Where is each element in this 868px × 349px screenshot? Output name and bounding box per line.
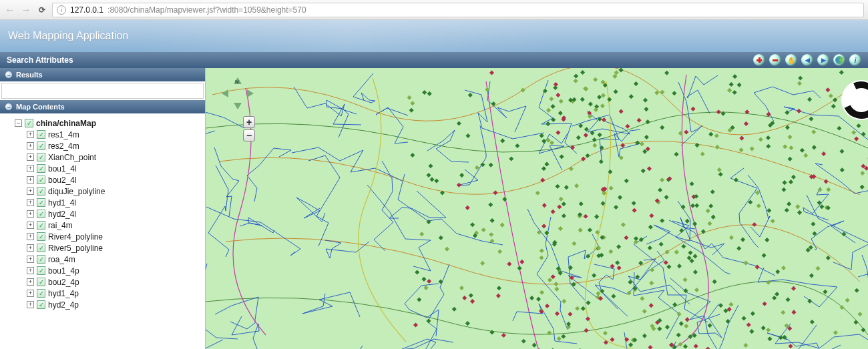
- tree-layer-node[interactable]: +bou2_4p: [5, 276, 202, 288]
- map-contents-panel-header[interactable]: – Map Contents: [0, 100, 205, 113]
- browser-reload-button[interactable]: ⟳: [36, 4, 48, 16]
- checkbox[interactable]: [37, 130, 45, 139]
- expander-icon[interactable]: +: [27, 131, 34, 138]
- tree-layer-node[interactable]: +roa_4m: [5, 254, 202, 265]
- zoom-control: + −: [243, 116, 256, 143]
- tree-layer-label: hyd1_4p: [48, 289, 79, 298]
- map-zoom-in-button[interactable]: +: [243, 116, 255, 128]
- toolbar-search-label[interactable]: Search Attributes: [7, 55, 73, 65]
- checkbox[interactable]: [37, 232, 45, 241]
- tree-layer-label: res2_4m: [48, 141, 79, 151]
- pan-south-button[interactable]: [234, 103, 242, 109]
- expander-icon[interactable]: +: [27, 210, 34, 218]
- next-extent-button[interactable]: [817, 54, 829, 66]
- workspace: – Results – Map Contents – china/chinaMa…: [0, 68, 868, 349]
- north-label: N: [235, 79, 239, 85]
- tree-layer-node[interactable]: +hyd2_4p: [5, 299, 202, 310]
- pan-west-button[interactable]: [222, 89, 228, 97]
- tree-layer-node[interactable]: +River4_polyline: [5, 231, 202, 242]
- tree-layer-node[interactable]: +res1_4m: [5, 129, 202, 140]
- expander-icon[interactable]: +: [27, 278, 34, 286]
- layer-tree: – china/chinaMap +res1_4m+res2_4m+XianCh…: [0, 113, 205, 314]
- checkbox[interactable]: [37, 176, 45, 184]
- expander-icon[interactable]: +: [27, 244, 34, 252]
- checkbox[interactable]: [25, 119, 33, 127]
- tree-layer-label: hyd2_4l: [48, 210, 76, 219]
- tree-layer-node[interactable]: +hyd2_4l: [5, 208, 202, 220]
- expander-icon[interactable]: –: [15, 119, 22, 127]
- results-panel-body[interactable]: [1, 83, 204, 99]
- expander-icon[interactable]: +: [27, 290, 34, 297]
- map-zoom-out-button[interactable]: −: [243, 129, 255, 141]
- expander-icon[interactable]: +: [27, 188, 34, 195]
- expander-icon[interactable]: +: [27, 199, 34, 206]
- tree-layer-node[interactable]: +bou1_4p: [5, 265, 202, 276]
- browser-chrome: ← → ⟳ i 127.0.0.1:8080/chinaMap/mapviewe…: [0, 0, 868, 20]
- results-panel-label: Results: [16, 71, 43, 79]
- checkbox[interactable]: [37, 164, 45, 173]
- tree-layer-node[interactable]: +diquJie_polyline: [5, 186, 202, 197]
- tree-layer-label: XianCh_point: [48, 153, 96, 162]
- checkbox[interactable]: [37, 210, 45, 218]
- expander-icon[interactable]: +: [27, 153, 34, 161]
- checkbox[interactable]: [37, 255, 45, 264]
- tree-layer-node[interactable]: +River5_polyline: [5, 242, 202, 254]
- checkbox[interactable]: [37, 153, 45, 161]
- tree-layer-node[interactable]: +bou2_4l: [5, 174, 202, 186]
- full-extent-button[interactable]: [833, 54, 845, 66]
- sidebar: – Results – Map Contents – china/chinaMa…: [0, 68, 206, 349]
- expander-icon[interactable]: +: [27, 256, 34, 263]
- expander-icon[interactable]: +: [27, 176, 34, 184]
- tree-layer-label: River4_polyline: [48, 232, 103, 242]
- browser-back-button[interactable]: ←: [4, 4, 16, 16]
- results-panel-header[interactable]: – Results: [0, 68, 205, 81]
- pan-east-button[interactable]: [247, 89, 254, 97]
- tree-layer-label: hyd2_4p: [48, 300, 79, 310]
- tree-layer-node[interactable]: +hyd1_4p: [5, 288, 202, 299]
- tree-layer-label: bou1_4p: [48, 266, 79, 276]
- tree-layer-node[interactable]: +res2_4m: [5, 140, 202, 151]
- svg-rect-0: [206, 68, 868, 349]
- zoom-out-button[interactable]: [769, 54, 781, 66]
- tree-layer-label: diquJie_polyline: [48, 187, 105, 196]
- expander-icon[interactable]: +: [27, 301, 34, 308]
- collapse-icon[interactable]: –: [5, 71, 12, 78]
- tree-layer-label: hyd1_4l: [48, 198, 76, 208]
- identify-button[interactable]: [849, 54, 861, 66]
- tree-layer-label: bou2_4l: [48, 176, 77, 185]
- tree-layer-label: rai_4m: [48, 221, 73, 230]
- browser-forward-button[interactable]: →: [20, 4, 32, 16]
- checkbox[interactable]: [37, 141, 45, 150]
- site-info-icon[interactable]: i: [57, 5, 66, 15]
- map-viewport[interactable]: N + −: [206, 68, 868, 349]
- map-contents-panel-label: Map Contents: [16, 103, 65, 111]
- pan-button[interactable]: [785, 54, 797, 66]
- pan-control[interactable]: N: [222, 77, 254, 109]
- tree-layer-node[interactable]: +bou1_4l: [5, 163, 202, 174]
- checkbox[interactable]: [37, 221, 45, 230]
- checkbox[interactable]: [37, 187, 45, 196]
- collapse-icon[interactable]: –: [5, 103, 12, 110]
- checkbox[interactable]: [37, 278, 45, 286]
- checkbox[interactable]: [37, 244, 45, 252]
- checkbox[interactable]: [37, 289, 45, 298]
- expander-icon[interactable]: +: [27, 222, 34, 229]
- toolbar: Search Attributes: [0, 52, 868, 68]
- tree-root-node[interactable]: – china/chinaMap: [5, 117, 202, 129]
- checkbox[interactable]: [37, 300, 45, 309]
- tree-layer-label: bou1_4l: [48, 164, 77, 173]
- zoom-in-button[interactable]: [753, 54, 765, 66]
- checkbox[interactable]: [37, 266, 45, 275]
- browser-url-bar[interactable]: i 127.0.0.1:8080/chinaMap/mapviewer.jsf?…: [52, 3, 864, 17]
- tree-layer-node[interactable]: +hyd1_4l: [5, 197, 202, 208]
- prev-extent-button[interactable]: [801, 54, 813, 66]
- tree-layer-label: roa_4m: [48, 255, 75, 264]
- tree-layer-node[interactable]: +XianCh_point: [5, 151, 202, 163]
- checkbox[interactable]: [37, 198, 45, 207]
- expander-icon[interactable]: +: [27, 267, 34, 274]
- expander-icon[interactable]: +: [27, 233, 34, 240]
- app-header: Web Mapping Application: [0, 20, 868, 52]
- expander-icon[interactable]: +: [27, 142, 34, 149]
- tree-layer-node[interactable]: +rai_4m: [5, 220, 202, 231]
- expander-icon[interactable]: +: [27, 165, 34, 172]
